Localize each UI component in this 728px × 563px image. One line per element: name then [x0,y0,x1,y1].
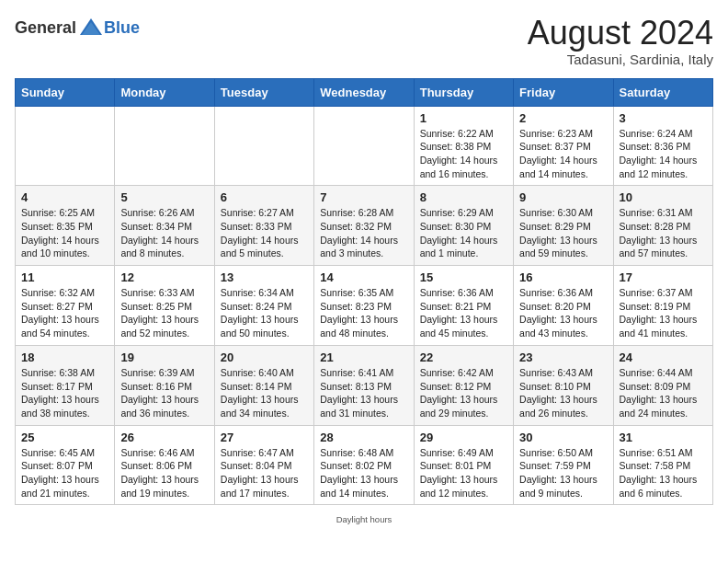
table-row: 2Sunrise: 6:23 AM Sunset: 8:37 PM Daylig… [514,106,613,186]
day-number: 19 [120,350,208,364]
table-row [115,106,214,186]
header-friday: Friday [514,78,613,106]
day-number: 11 [21,270,108,284]
calendar-subtitle: Tadasuni, Sardinia, Italy [528,52,713,67]
day-info: Sunrise: 6:31 AM Sunset: 8:28 PM Dayligh… [620,206,707,260]
day-info: Sunrise: 6:38 AM Sunset: 8:17 PM Dayligh… [21,366,108,420]
day-info: Sunrise: 6:49 AM Sunset: 8:01 PM Dayligh… [420,446,507,500]
table-row: 30Sunrise: 6:50 AM Sunset: 7:59 PM Dayli… [514,425,613,505]
day-number: 4 [21,190,108,204]
day-number: 2 [519,111,607,125]
day-number: 23 [519,350,607,364]
table-row [16,106,115,186]
table-row: 28Sunrise: 6:48 AM Sunset: 8:02 PM Dayli… [314,425,414,505]
calendar-title: August 2024 [528,15,713,52]
header-sunday: Sunday [16,78,115,106]
daylight-note: Daylight hours [15,514,713,524]
day-info: Sunrise: 6:25 AM Sunset: 8:35 PM Dayligh… [21,206,108,260]
table-row: 5Sunrise: 6:26 AM Sunset: 8:34 PM Daylig… [115,186,214,266]
table-row: 22Sunrise: 6:42 AM Sunset: 8:12 PM Dayli… [414,345,513,425]
day-info: Sunrise: 6:29 AM Sunset: 8:30 PM Dayligh… [420,206,507,260]
calendar-header: Sunday Monday Tuesday Wednesday Thursday… [16,78,713,106]
day-info: Sunrise: 6:46 AM Sunset: 8:06 PM Dayligh… [120,446,208,500]
table-row: 13Sunrise: 6:34 AM Sunset: 8:24 PM Dayli… [214,266,313,346]
day-info: Sunrise: 6:39 AM Sunset: 8:16 PM Dayligh… [120,366,208,420]
table-row: 1Sunrise: 6:22 AM Sunset: 8:38 PM Daylig… [414,106,513,186]
table-row: 21Sunrise: 6:41 AM Sunset: 8:13 PM Dayli… [314,345,414,425]
header-wednesday: Wednesday [314,78,414,106]
day-number: 24 [620,350,707,364]
day-info: Sunrise: 6:42 AM Sunset: 8:12 PM Dayligh… [420,366,507,420]
table-row: 16Sunrise: 6:36 AM Sunset: 8:20 PM Dayli… [514,266,613,346]
table-row: 20Sunrise: 6:40 AM Sunset: 8:14 PM Dayli… [214,345,313,425]
day-info: Sunrise: 6:48 AM Sunset: 8:02 PM Dayligh… [320,446,407,500]
day-number: 12 [120,270,208,284]
header-thursday: Thursday [414,78,513,106]
day-number: 6 [221,190,308,204]
table-row: 7Sunrise: 6:28 AM Sunset: 8:32 PM Daylig… [314,186,414,266]
table-row: 23Sunrise: 6:43 AM Sunset: 8:10 PM Dayli… [514,345,613,425]
day-info: Sunrise: 6:35 AM Sunset: 8:23 PM Dayligh… [320,286,407,340]
day-info: Sunrise: 6:50 AM Sunset: 7:59 PM Dayligh… [519,446,607,500]
logo-general-text: General [15,18,76,38]
table-row: 14Sunrise: 6:35 AM Sunset: 8:23 PM Dayli… [314,266,414,346]
day-number: 7 [320,190,407,204]
table-row: 10Sunrise: 6:31 AM Sunset: 8:28 PM Dayli… [613,186,712,266]
table-row: 3Sunrise: 6:24 AM Sunset: 8:36 PM Daylig… [613,106,712,186]
header-saturday: Saturday [613,78,712,106]
day-number: 26 [120,431,208,444]
day-info: Sunrise: 6:26 AM Sunset: 8:34 PM Dayligh… [120,206,208,260]
day-info: Sunrise: 6:45 AM Sunset: 8:07 PM Dayligh… [21,446,108,500]
table-row: 26Sunrise: 6:46 AM Sunset: 8:06 PM Dayli… [115,425,214,505]
table-row: 12Sunrise: 6:33 AM Sunset: 8:25 PM Dayli… [115,266,214,346]
logo-icon [78,15,104,40]
table-row: 29Sunrise: 6:49 AM Sunset: 8:01 PM Dayli… [414,425,513,505]
day-number: 16 [519,270,607,284]
day-number: 31 [620,431,707,444]
day-number: 14 [320,270,407,284]
table-row: 18Sunrise: 6:38 AM Sunset: 8:17 PM Dayli… [16,345,115,425]
table-row [214,106,313,186]
header-monday: Monday [115,78,214,106]
day-info: Sunrise: 6:33 AM Sunset: 8:25 PM Dayligh… [120,286,208,340]
day-info: Sunrise: 6:37 AM Sunset: 8:19 PM Dayligh… [620,286,707,340]
day-info: Sunrise: 6:22 AM Sunset: 8:38 PM Dayligh… [420,127,507,181]
table-row: 9Sunrise: 6:30 AM Sunset: 8:29 PM Daylig… [514,186,613,266]
table-row: 25Sunrise: 6:45 AM Sunset: 8:07 PM Dayli… [16,425,115,505]
day-info: Sunrise: 6:24 AM Sunset: 8:36 PM Dayligh… [620,127,707,181]
calendar-body: 1Sunrise: 6:22 AM Sunset: 8:38 PM Daylig… [16,106,713,505]
day-info: Sunrise: 6:36 AM Sunset: 8:21 PM Dayligh… [420,286,507,340]
day-number: 21 [320,350,407,364]
day-number: 5 [120,190,208,204]
table-row: 15Sunrise: 6:36 AM Sunset: 8:21 PM Dayli… [414,266,513,346]
day-number: 20 [221,350,308,364]
title-section: August 2024 Tadasuni, Sardinia, Italy [528,15,713,67]
table-row: 8Sunrise: 6:29 AM Sunset: 8:30 PM Daylig… [414,186,513,266]
day-number: 8 [420,190,507,204]
day-info: Sunrise: 6:41 AM Sunset: 8:13 PM Dayligh… [320,366,407,420]
calendar-table: Sunday Monday Tuesday Wednesday Thursday… [15,78,713,506]
day-info: Sunrise: 6:36 AM Sunset: 8:20 PM Dayligh… [519,286,607,340]
table-row: 24Sunrise: 6:44 AM Sunset: 8:09 PM Dayli… [613,345,712,425]
logo: General Blue [15,15,140,40]
day-number: 25 [21,431,108,444]
table-row: 4Sunrise: 6:25 AM Sunset: 8:35 PM Daylig… [16,186,115,266]
day-info: Sunrise: 6:30 AM Sunset: 8:29 PM Dayligh… [519,206,607,260]
table-row [314,106,414,186]
day-number: 10 [620,190,707,204]
day-number: 29 [420,431,507,444]
day-number: 28 [320,431,407,444]
day-number: 3 [620,111,707,125]
day-info: Sunrise: 6:43 AM Sunset: 8:10 PM Dayligh… [519,366,607,420]
table-row: 6Sunrise: 6:27 AM Sunset: 8:33 PM Daylig… [214,186,313,266]
day-info: Sunrise: 6:32 AM Sunset: 8:27 PM Dayligh… [21,286,108,340]
day-info: Sunrise: 6:51 AM Sunset: 7:58 PM Dayligh… [620,446,707,500]
table-row: 17Sunrise: 6:37 AM Sunset: 8:19 PM Dayli… [613,266,712,346]
day-info: Sunrise: 6:40 AM Sunset: 8:14 PM Dayligh… [221,366,308,420]
day-number: 9 [519,190,607,204]
logo-blue-text: Blue [104,18,140,38]
day-info: Sunrise: 6:23 AM Sunset: 8:37 PM Dayligh… [519,127,607,181]
day-info: Sunrise: 6:47 AM Sunset: 8:04 PM Dayligh… [221,446,308,500]
header: General Blue August 2024 Tadasuni, Sardi… [15,15,713,67]
day-number: 15 [420,270,507,284]
